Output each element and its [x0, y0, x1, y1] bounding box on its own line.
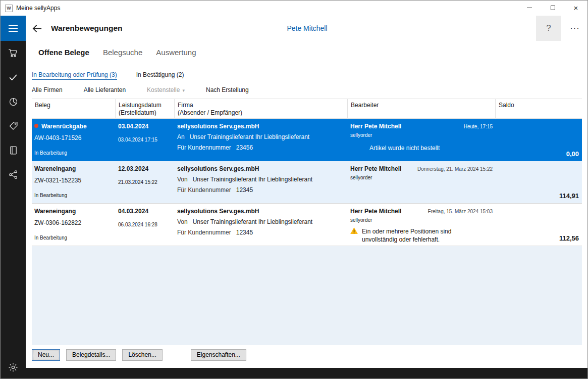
page-title: Warenbewegungen — [51, 24, 123, 33]
help-button[interactable]: ? — [536, 16, 561, 41]
document-details-button[interactable]: Belegdetails... — [66, 349, 116, 361]
dropdown-alle-firmen[interactable]: Alle Firmen — [32, 86, 63, 93]
window-title: Meine sellyApps — [16, 5, 60, 12]
customer-label: Für Kundennummer — [177, 144, 231, 151]
sidebar-item-offers[interactable] — [1, 114, 26, 138]
editor-app: sellyorder — [350, 175, 493, 180]
sidebar-item-settings[interactable] — [1, 357, 26, 378]
footer-button-row: Neu... Belegdetails... Löschen... Eigens… — [32, 349, 582, 361]
doc-number: ZW-0306-162822 — [34, 219, 113, 226]
partner-name: Unser Trainingslieferant Ihr Lieblingsli… — [190, 133, 309, 140]
sidebar-item-catalog[interactable] — [1, 138, 26, 162]
tab-auswertung[interactable]: Auswertung — [156, 48, 196, 57]
saldo-value: 112,56 — [559, 234, 579, 242]
tab-offene-belege[interactable]: Offene Belege — [38, 48, 89, 57]
direction-label: An — [177, 133, 185, 140]
doc-type: Wareneingang — [34, 208, 113, 215]
back-arrow-icon — [31, 23, 43, 34]
column-header-leistungsdatum: Leistungsdatum (Erstelldatum) — [116, 99, 175, 119]
warning-icon — [350, 227, 358, 235]
sidebar-item-tasks[interactable] — [1, 65, 26, 89]
hamburger-menu-button[interactable] — [1, 16, 26, 41]
header-actions: ? ··· — [536, 16, 588, 41]
tab-bar: Offene Belege Belegsuche Auswertung — [26, 41, 588, 64]
book-icon — [8, 145, 19, 156]
created-datetime: 06.03.2024 16:28 — [118, 222, 172, 227]
record-status-dot — [34, 124, 38, 128]
minimize-icon — [527, 8, 532, 8]
editor-app: sellyorder — [350, 217, 493, 223]
sidebar-item-share[interactable] — [1, 162, 26, 186]
editor-name: Herr Pete Mitchell — [350, 165, 401, 172]
delete-button[interactable]: Löschen... — [122, 349, 162, 361]
minimize-button[interactable] — [518, 1, 541, 15]
pie-chart-icon — [8, 97, 19, 107]
doc-status: In Bearbeitung — [34, 150, 113, 156]
checkmark-icon — [8, 72, 19, 83]
table-row[interactable]: Wareneingang ZW-0306-162822 In Bearbeitu… — [32, 204, 582, 246]
dropdown-kostenstelle[interactable]: Kostenstelle▾ — [147, 86, 185, 93]
created-datetime: 21.03.2024 15:22 — [118, 179, 172, 185]
app-header: Warenbewegungen Pete Mitchell ? ··· — [26, 16, 588, 41]
row-timestamp: Heute, 17:15 — [464, 124, 493, 129]
doc-number: AW-0403-171526 — [34, 134, 113, 141]
doc-type: Wareneingang — [34, 165, 113, 172]
doc-status: In Bearbeitung — [34, 235, 113, 241]
customer-number: 23456 — [236, 144, 253, 151]
bottom-bar — [26, 368, 588, 379]
close-button[interactable]: × — [564, 1, 587, 15]
chevron-down-icon: ▾ — [182, 88, 185, 93]
row-timestamp: Freitag, 15. März 2024 15:03 — [428, 209, 493, 214]
window-controls: × — [518, 1, 587, 16]
close-icon: × — [574, 4, 578, 12]
customer-label: Für Kundennummer — [177, 229, 231, 236]
customer-label: Für Kundennummer — [177, 186, 231, 194]
dropdown-alle-lieferanten[interactable]: Alle Lieferanten — [84, 86, 126, 93]
customer-number: 12345 — [236, 186, 253, 194]
filter-in-bearbeitung[interactable]: In Bearbeitung oder Prüfung (3) — [32, 71, 117, 80]
doc-status: In Bearbeitung — [34, 193, 113, 198]
more-button[interactable]: ··· — [561, 16, 588, 41]
content: In Bearbeitung oder Prüfung (3) In Bestä… — [26, 64, 588, 379]
share-network-icon — [8, 169, 19, 180]
table-row[interactable]: Wareneingang ZW-0321-152235 In Bearbeitu… — [32, 161, 582, 204]
filter-in-bestaetigung[interactable]: In Bestätigung (2) — [136, 71, 184, 80]
service-date: 03.04.2024 — [118, 123, 172, 130]
customer-number: 12345 — [236, 229, 253, 236]
new-button[interactable]: Neu... — [32, 349, 60, 361]
sidebar-item-cart[interactable] — [1, 41, 26, 65]
service-date: 12.03.2024 — [118, 165, 172, 172]
properties-button[interactable]: Eigenschaften... — [191, 349, 246, 361]
row-note: Artikel wurde nicht bestellt — [350, 145, 493, 152]
service-date: 04.03.2024 — [118, 208, 172, 215]
tab-belegsuche[interactable]: Belegsuche — [103, 48, 142, 57]
titlebar: W Meine sellyApps × — [1, 1, 587, 16]
partner-name: Unser Trainingslieferant Ihr Lieblingsli… — [193, 176, 312, 183]
column-header-saldo: Saldo — [496, 99, 582, 119]
dropdown-nach-erstellung[interactable]: Nach Erstellung — [206, 86, 249, 93]
help-icon: ? — [546, 23, 551, 33]
maximize-icon — [551, 6, 555, 10]
gear-icon — [8, 362, 18, 372]
back-button[interactable] — [28, 16, 46, 41]
sidebar — [1, 16, 26, 379]
created-datetime: 03.04.2024 17:15 — [118, 137, 172, 143]
company-name: sellysolutions Serv.ges.mbH — [177, 165, 345, 172]
main-area: Warenbewegungen Pete Mitchell ? ··· Offe… — [26, 16, 588, 379]
doc-number: ZW-0321-152235 — [34, 177, 113, 184]
editor-app: sellyorder — [350, 132, 493, 138]
column-header-beleg: Beleg — [32, 99, 116, 119]
hamburger-icon — [9, 25, 18, 26]
direction-label: Von — [177, 218, 188, 225]
sidebar-item-reports[interactable] — [1, 89, 26, 114]
row-timestamp: Donnerstag, 21. März 2024 15:22 — [417, 166, 493, 172]
table-row[interactable]: Warenrückgabe AW-0403-171526 In Bearbeit… — [32, 119, 582, 161]
tag-icon — [8, 121, 19, 131]
user-name-link[interactable]: Pete Mitchell — [287, 24, 327, 32]
editor-name: Herr Pete Mitchell — [350, 123, 401, 130]
maximize-button[interactable] — [541, 1, 564, 15]
status-filter-links: In Bearbeitung oder Prüfung (3) In Bestä… — [32, 71, 582, 80]
partner-name: Unser Trainingslieferant Ihr Lieblingsli… — [193, 218, 312, 225]
documents-table: Beleg Leistungsdatum (Erstelldatum) Firm… — [32, 99, 582, 345]
company-name: sellysolutions Serv.ges.mbH — [177, 208, 345, 215]
